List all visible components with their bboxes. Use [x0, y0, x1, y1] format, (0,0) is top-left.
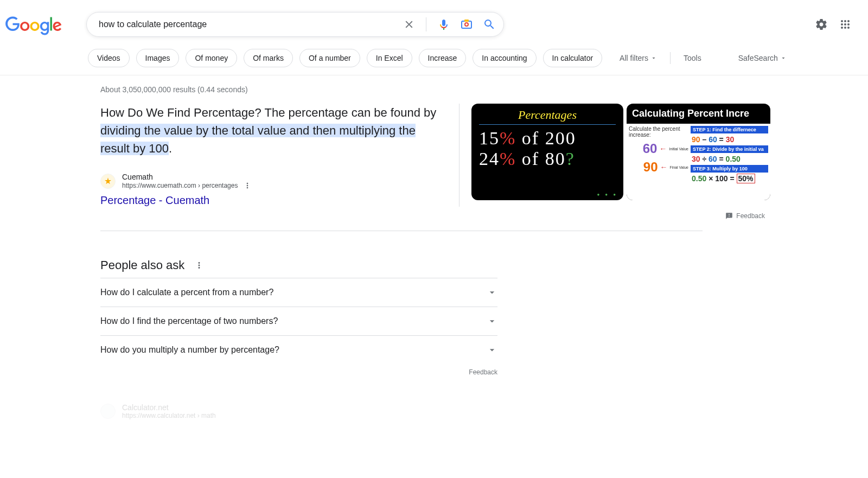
- chevron-down-icon: [487, 345, 497, 355]
- thumb1-title: Percentages: [479, 108, 616, 125]
- faded-source-name: Calculator.net: [122, 403, 216, 412]
- paa-title: People also ask: [100, 258, 184, 272]
- favicon-placeholder: [100, 404, 116, 419]
- thumb2-title: Calculating Percent Incre: [627, 104, 770, 124]
- all-filters-button[interactable]: All filters: [620, 54, 657, 62]
- feedback-icon: [725, 212, 733, 220]
- image-search-icon[interactable]: [460, 18, 473, 31]
- more-icon[interactable]: [243, 181, 252, 190]
- chip-of-money[interactable]: Of money: [186, 49, 237, 67]
- thumbnail-percent-increase[interactable]: Calculating Percent Incre Calculate the …: [627, 104, 770, 200]
- paa-question: How do you multiply a number by percenta…: [100, 345, 279, 355]
- settings-icon[interactable]: [815, 18, 828, 31]
- filter-chips-row: Videos Images Of money Of marks Of a num…: [0, 43, 868, 75]
- source-name: Cuemath: [122, 173, 252, 181]
- paa-feedback[interactable]: Feedback: [100, 368, 497, 376]
- chip-in-excel[interactable]: In Excel: [367, 49, 412, 67]
- voice-search-icon[interactable]: [437, 18, 450, 31]
- chip-images[interactable]: Images: [136, 49, 180, 67]
- result-title-link[interactable]: Percentage - Cuemath: [100, 194, 443, 207]
- all-filters-label: All filters: [620, 54, 648, 62]
- svg-point-1: [465, 23, 468, 26]
- faded-source-url: https://www.calculator.net › math: [122, 412, 216, 419]
- svg-rect-0: [462, 21, 471, 28]
- safesearch-button[interactable]: SafeSearch: [738, 54, 787, 62]
- chip-increase[interactable]: Increase: [419, 49, 467, 67]
- more-icon[interactable]: [194, 260, 204, 270]
- chevron-down-icon: [780, 55, 787, 61]
- thumbnail-percentages[interactable]: Percentages 15% of 200 24% of 80? ● ● ●: [471, 104, 623, 200]
- tools-button[interactable]: Tools: [684, 54, 701, 62]
- search-bar: [86, 12, 504, 37]
- chevron-down-icon: [487, 316, 497, 327]
- chip-of-marks[interactable]: Of marks: [244, 49, 293, 67]
- paa-item[interactable]: How do I find the percentage of two numb…: [100, 307, 497, 335]
- search-input[interactable]: [94, 20, 403, 29]
- result-item-faded: Calculator.net https://www.calculator.ne…: [100, 403, 497, 419]
- paa-question: How do I calculate a percent from a numb…: [100, 288, 273, 297]
- chip-videos[interactable]: Videos: [88, 49, 130, 67]
- source-favicon: [100, 174, 116, 189]
- chevron-down-icon: [487, 287, 497, 298]
- paa-item[interactable]: How do you multiply a number by percenta…: [100, 335, 497, 364]
- featured-snippet-text: How Do We Find Percentage? The percentag…: [100, 104, 443, 157]
- safesearch-label: SafeSearch: [738, 54, 778, 62]
- featured-feedback[interactable]: Feedback: [100, 212, 770, 220]
- chip-in-accounting[interactable]: In accounting: [473, 49, 536, 67]
- paa-question: How do I find the percentage of two numb…: [100, 316, 278, 326]
- clear-icon[interactable]: [403, 18, 415, 30]
- search-icon[interactable]: [483, 18, 496, 31]
- apps-icon[interactable]: [839, 18, 852, 31]
- chip-in-calculator[interactable]: In calculator: [543, 49, 602, 67]
- source-url: https://www.cuemath.com › percentages: [122, 182, 238, 189]
- svg-rect-2: [464, 20, 469, 22]
- chip-of-a-number[interactable]: Of a number: [299, 49, 360, 67]
- google-logo[interactable]: [5, 16, 62, 38]
- paa-item[interactable]: How do I calculate a percent from a numb…: [100, 278, 497, 307]
- result-stats: About 3,050,000,000 results (0.44 second…: [100, 85, 770, 94]
- chevron-down-icon: [650, 55, 657, 61]
